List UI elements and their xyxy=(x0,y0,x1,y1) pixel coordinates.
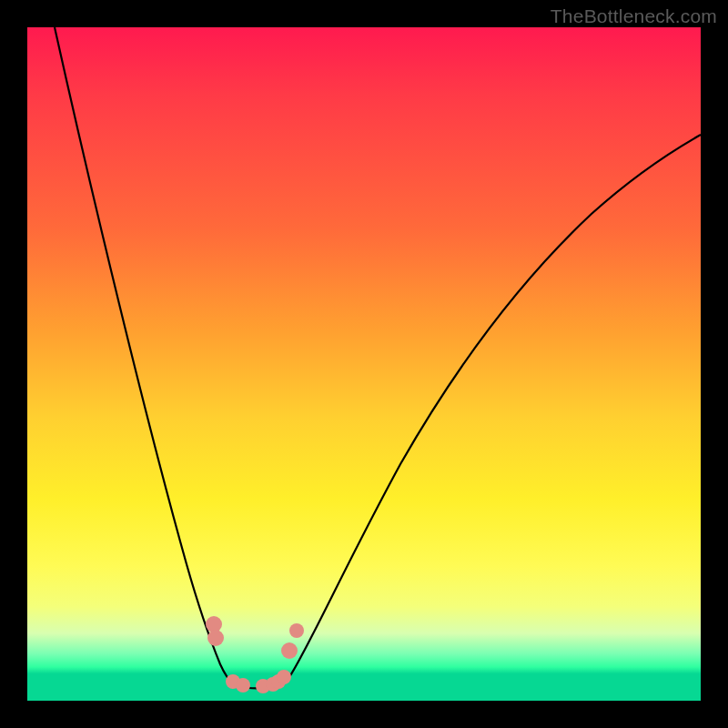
chart-frame: TheBottleneck.com xyxy=(0,0,728,728)
point-left-cluster-lower xyxy=(207,630,224,646)
chart-svg xyxy=(27,27,701,701)
point-valley-right-4 xyxy=(277,670,291,684)
watermark-text: TheBottleneck.com xyxy=(551,5,717,27)
right-curve xyxy=(289,135,701,677)
point-valley-left-2 xyxy=(236,678,250,693)
left-curve xyxy=(55,27,233,683)
point-right-rising-2 xyxy=(289,623,304,638)
point-right-rising-1 xyxy=(281,642,298,659)
